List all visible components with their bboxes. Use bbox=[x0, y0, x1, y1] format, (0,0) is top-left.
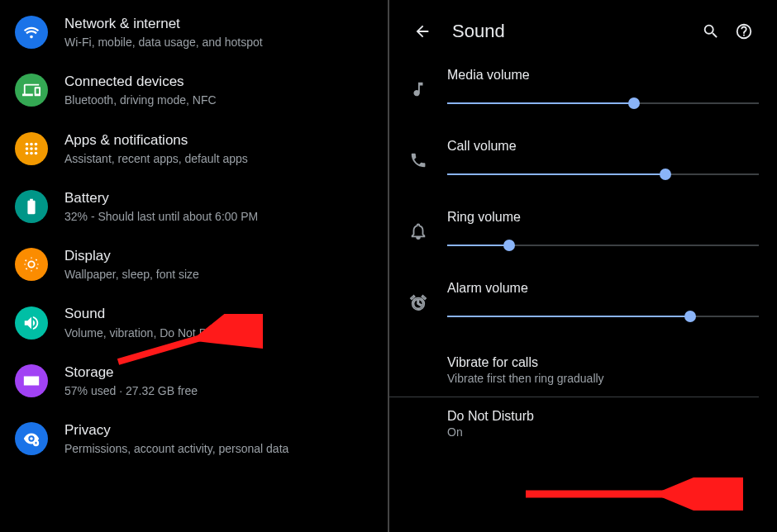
settings-item-battery[interactable]: Battery 32% - Should last until about 6:… bbox=[0, 178, 388, 235]
wifi-icon bbox=[15, 16, 48, 49]
back-button[interactable] bbox=[406, 15, 439, 48]
settings-item-sub: Bluetooth, driving mode, NFC bbox=[64, 93, 373, 107]
help-icon bbox=[735, 22, 753, 40]
settings-item-display[interactable]: Display Wallpaper, sleep, font size bbox=[0, 235, 388, 293]
back-arrow-icon bbox=[413, 22, 431, 40]
settings-item-storage[interactable]: Storage 57% used · 27.32 GB free bbox=[0, 352, 388, 410]
sound-item-sub: On bbox=[447, 425, 759, 439]
settings-item-sub: 57% used · 27.32 GB free bbox=[64, 383, 373, 398]
sound-icon bbox=[15, 306, 48, 340]
settings-item-title: Apps & notifications bbox=[64, 131, 373, 150]
do-not-disturb-item[interactable]: Do Not Disturb On bbox=[389, 397, 759, 450]
help-button[interactable] bbox=[727, 15, 760, 48]
svg-point-4 bbox=[30, 147, 33, 150]
settings-item-title: Battery bbox=[64, 189, 373, 207]
bell-icon bbox=[389, 222, 447, 240]
call-volume-slider[interactable] bbox=[447, 167, 759, 182]
battery-icon bbox=[15, 190, 48, 223]
settings-item-title: Sound bbox=[64, 305, 373, 323]
media-volume-row: Media volume bbox=[389, 59, 759, 131]
sound-body: Media volume Call volume bbox=[389, 59, 777, 450]
phone-icon bbox=[389, 151, 447, 169]
svg-point-0 bbox=[26, 142, 29, 145]
settings-item-sub: Wi-Fi, mobile, data usage, and hotspot bbox=[64, 35, 373, 50]
settings-item-title: Connected devices bbox=[64, 73, 373, 91]
settings-item-apps[interactable]: Apps & notifications Assistant, recent a… bbox=[0, 120, 388, 178]
settings-item-sub: Wallpaper, sleep, font size bbox=[64, 267, 373, 282]
svg-point-3 bbox=[26, 147, 29, 150]
settings-item-title: Privacy bbox=[64, 421, 373, 439]
svg-point-7 bbox=[30, 151, 33, 154]
privacy-icon bbox=[15, 422, 48, 455]
alarm-icon bbox=[389, 293, 447, 311]
svg-point-5 bbox=[35, 147, 38, 150]
svg-point-2 bbox=[35, 142, 38, 145]
annotation-arrow-dnd bbox=[513, 477, 745, 511]
settings-pane: Network & internet Wi-Fi, mobile, data u… bbox=[0, 0, 388, 532]
page-title: Sound bbox=[452, 21, 694, 42]
svg-point-8 bbox=[35, 151, 38, 154]
settings-item-sound[interactable]: Sound Volume, vibration, Do Not Disturb bbox=[0, 293, 388, 351]
storage-icon bbox=[15, 364, 48, 397]
ring-volume-slider[interactable] bbox=[447, 238, 759, 253]
sound-header: Sound bbox=[389, 0, 777, 59]
settings-item-sub: Assistant, recent apps, default apps bbox=[64, 151, 373, 166]
settings-item-privacy[interactable]: Privacy Permissions, account activity, p… bbox=[0, 410, 388, 468]
settings-item-title: Storage bbox=[64, 363, 373, 382]
alarm-volume-slider[interactable] bbox=[447, 309, 759, 324]
slider-label: Ring volume bbox=[447, 210, 759, 225]
slider-label: Media volume bbox=[447, 68, 759, 83]
svg-point-1 bbox=[30, 142, 33, 145]
svg-point-6 bbox=[26, 151, 29, 154]
call-volume-row: Call volume bbox=[389, 131, 759, 202]
devices-icon bbox=[15, 74, 48, 107]
sound-pane: Sound Media volume bbox=[389, 0, 777, 532]
apps-icon bbox=[15, 132, 48, 165]
settings-item-title: Network & internet bbox=[64, 15, 373, 33]
search-button[interactable] bbox=[694, 15, 727, 48]
settings-item-sub: Volume, vibration, Do Not Disturb bbox=[64, 325, 373, 340]
alarm-volume-row: Alarm volume bbox=[389, 273, 759, 344]
settings-list: Network & internet Wi-Fi, mobile, data u… bbox=[0, 0, 388, 468]
search-icon bbox=[702, 22, 720, 40]
settings-item-devices[interactable]: Connected devices Bluetooth, driving mod… bbox=[0, 61, 388, 119]
settings-item-network[interactable]: Network & internet Wi-Fi, mobile, data u… bbox=[0, 3, 388, 61]
sound-item-sub: Vibrate first then ring gradually bbox=[447, 372, 759, 385]
settings-item-title: Display bbox=[64, 247, 373, 265]
sound-item-title: Do Not Disturb bbox=[447, 409, 759, 424]
ring-volume-row: Ring volume bbox=[389, 202, 759, 273]
vibrate-for-calls-item[interactable]: Vibrate for calls Vibrate first then rin… bbox=[389, 344, 759, 397]
music-note-icon bbox=[389, 80, 447, 98]
display-icon bbox=[15, 248, 48, 281]
slider-label: Alarm volume bbox=[447, 281, 759, 296]
settings-item-sub: 32% - Should last until about 6:00 PM bbox=[64, 209, 373, 224]
media-volume-slider[interactable] bbox=[447, 96, 759, 111]
slider-label: Call volume bbox=[447, 139, 759, 154]
sound-item-title: Vibrate for calls bbox=[447, 355, 759, 370]
settings-item-sub: Permissions, account activity, personal … bbox=[64, 441, 373, 456]
